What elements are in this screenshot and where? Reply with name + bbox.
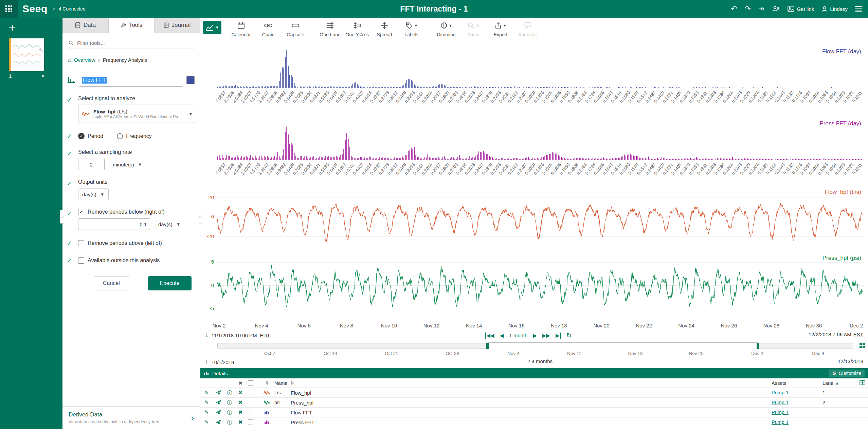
fft-lane-press[interactable]: 0.7.58523.79262.52841.89631.51701.26421.…: [216, 120, 864, 187]
range-grid-icon[interactable]: [859, 342, 865, 350]
assets-column-header[interactable]: Assets: [772, 380, 822, 386]
table-row[interactable]: ✎ ⓘ ✖ L/s Flow_hpf Pump 1 1: [200, 388, 868, 398]
view-selector-button[interactable]: ▼: [203, 21, 221, 34]
selected-range-region[interactable]: [488, 342, 758, 349]
sort-icon[interactable]: ⇅: [290, 380, 294, 386]
toolbar-export-button[interactable]: ▼ Export: [488, 20, 513, 37]
remove-all-button[interactable]: ✖: [238, 380, 242, 386]
step-to-start-button[interactable]: ◀◀: [485, 333, 494, 339]
arrow-down-icon[interactable]: ↓: [205, 332, 209, 339]
fft-lane-flow[interactable]: 0.7.58523.79262.52841.89631.51701.26421.…: [216, 48, 864, 115]
customize-button[interactable]: ⚙ Customize: [829, 370, 865, 377]
remove-above-checkbox[interactable]: [78, 240, 84, 246]
tool-color-swatch[interactable]: [186, 76, 195, 84]
column-picker-icon[interactable]: [860, 380, 865, 386]
remove-below-input[interactable]: [78, 218, 150, 230]
signal-lane-flow-hpf[interactable]: Flow_hpf (L/s) 200-20: [216, 188, 864, 253]
home-icon[interactable]: ⌂: [68, 56, 72, 64]
info-icon[interactable]: ⓘ: [224, 399, 235, 406]
row-checkbox[interactable]: [248, 390, 253, 395]
collapse-rail-handle[interactable]: «: [60, 210, 65, 224]
step-to-end-button[interactable]: ▶: [556, 333, 561, 339]
row-checkbox[interactable]: [248, 419, 253, 425]
info-icon[interactable]: ⓘ: [224, 390, 235, 396]
connection-status[interactable]: ✓ 4 Connected: [52, 6, 86, 12]
investigate-duration[interactable]: 2.4 months: [527, 358, 553, 364]
toolbar-one-lane-button[interactable]: One Lane: [318, 20, 342, 37]
execute-button[interactable]: Execute: [148, 276, 192, 290]
time-axis[interactable]: Nov 2Nov 4Nov 6Nov 8Nov 10Nov 12Nov 14No…: [216, 322, 864, 329]
range-end-timezone[interactable]: EST: [853, 332, 863, 337]
arrow-up-icon[interactable]: ↑: [205, 358, 209, 366]
toolbar-zoom-button[interactable]: ▼ Zoom: [461, 20, 486, 37]
worksheet-chevron-icon[interactable]: ▾: [42, 73, 44, 79]
collaborators-button[interactable]: [772, 5, 780, 12]
sampling-unit-dropdown[interactable]: minute(s)▼: [109, 159, 146, 170]
frequency-radio[interactable]: Frequency: [117, 133, 152, 139]
row-checkbox[interactable]: [248, 410, 253, 415]
item-name[interactable]: Flow FFT: [291, 410, 772, 415]
remove-icon[interactable]: ✖: [235, 409, 246, 415]
output-units-dropdown[interactable]: day(s)▼: [78, 189, 109, 200]
available-outside-checkbox[interactable]: [78, 257, 84, 264]
item-name[interactable]: Flow_hpf: [291, 390, 772, 396]
toolbar-chain-button[interactable]: Chain: [256, 20, 281, 37]
add-worksheet-button[interactable]: +: [9, 22, 16, 33]
toolbar-annotate-button[interactable]: Annotate: [516, 20, 540, 37]
info-icon[interactable]: ⓘ: [224, 409, 235, 416]
present-button[interactable]: ↠: [758, 4, 764, 13]
collapse-panel-handle[interactable]: «: [198, 210, 203, 224]
item-name[interactable]: Press FFT: [291, 419, 772, 425]
investigate-range-slider[interactable]: [217, 343, 853, 348]
asset-link[interactable]: Pump 1: [772, 410, 822, 415]
asset-link[interactable]: Pump 1: [772, 419, 822, 425]
table-row[interactable]: ✎ ⓘ ✖ Press FFT Pump 1: [200, 417, 868, 427]
undo-button[interactable]: ↶: [731, 4, 737, 13]
remove-icon[interactable]: ✖: [235, 390, 246, 396]
tab-data[interactable]: Data: [62, 18, 108, 33]
send-icon[interactable]: [213, 419, 224, 425]
redo-button[interactable]: ↷: [745, 4, 751, 13]
range-start-datetime[interactable]: 11/1/2018 10:06 PM: [212, 333, 257, 338]
toolbar-dimming-button[interactable]: ▼ Dimming: [434, 20, 458, 37]
signal-lane-press-hpf[interactable]: Press_hpf (psi) 50-5: [216, 254, 864, 321]
select-all-checkbox[interactable]: [248, 380, 253, 386]
tab-tools[interactable]: Tools: [108, 18, 154, 33]
edit-icon[interactable]: ✎: [200, 390, 213, 396]
send-icon[interactable]: [213, 410, 224, 415]
tab-journal[interactable]: Journal: [154, 18, 200, 33]
range-end-datetime[interactable]: 12/2/2018 7:06 AM: [809, 332, 851, 337]
edit-icon[interactable]: ✎: [200, 409, 213, 415]
remove-below-checkbox[interactable]: ✓: [78, 209, 84, 215]
get-link-button[interactable]: Get link: [788, 6, 814, 12]
range-start-timezone[interactable]: EDT: [260, 333, 270, 338]
toolbar-capsule-button[interactable]: Capsule: [283, 20, 308, 37]
sampling-rate-input[interactable]: [78, 159, 105, 170]
step-size-button[interactable]: 1 month: [509, 333, 527, 338]
range-handle-right[interactable]: [757, 343, 759, 349]
tool-name-input[interactable]: Flow FFT: [79, 74, 183, 87]
asset-link[interactable]: Pump 1: [772, 400, 822, 405]
toolbar-one-y-axis-button[interactable]: One Y-Axis: [345, 20, 369, 37]
edit-icon[interactable]: ✎: [200, 419, 213, 425]
lane-column-header[interactable]: Lane: [822, 380, 833, 386]
send-icon[interactable]: [213, 390, 224, 395]
send-icon[interactable]: [213, 400, 224, 405]
remove-below-unit-dropdown[interactable]: day(s)▼: [154, 218, 185, 230]
sort-icon[interactable]: ⇅: [265, 380, 269, 386]
step-forward-fast-button[interactable]: ▶▶: [542, 333, 550, 339]
remove-icon[interactable]: ✖: [235, 399, 246, 406]
worksheet-thumbnail[interactable]: ✎: [9, 38, 44, 71]
range-handle-left[interactable]: [486, 343, 489, 349]
table-row[interactable]: ✎ ⓘ ✖ Flow FFT Pump 1: [200, 408, 868, 417]
toolbar-calendar-button[interactable]: Calendar: [229, 20, 253, 37]
remove-icon[interactable]: ✖: [235, 419, 246, 425]
investigate-end-date[interactable]: 12/13/2018: [838, 358, 863, 364]
name-column-header[interactable]: Name: [274, 380, 288, 386]
refresh-icon[interactable]: ↻: [566, 332, 572, 339]
asset-link[interactable]: Pump 1: [772, 390, 822, 395]
info-icon[interactable]: ⓘ: [224, 419, 235, 426]
hamburger-menu-button[interactable]: [855, 6, 862, 12]
investigate-start-date[interactable]: 10/1/2018: [212, 359, 234, 365]
breadcrumb-overview-link[interactable]: Overview: [74, 57, 95, 63]
